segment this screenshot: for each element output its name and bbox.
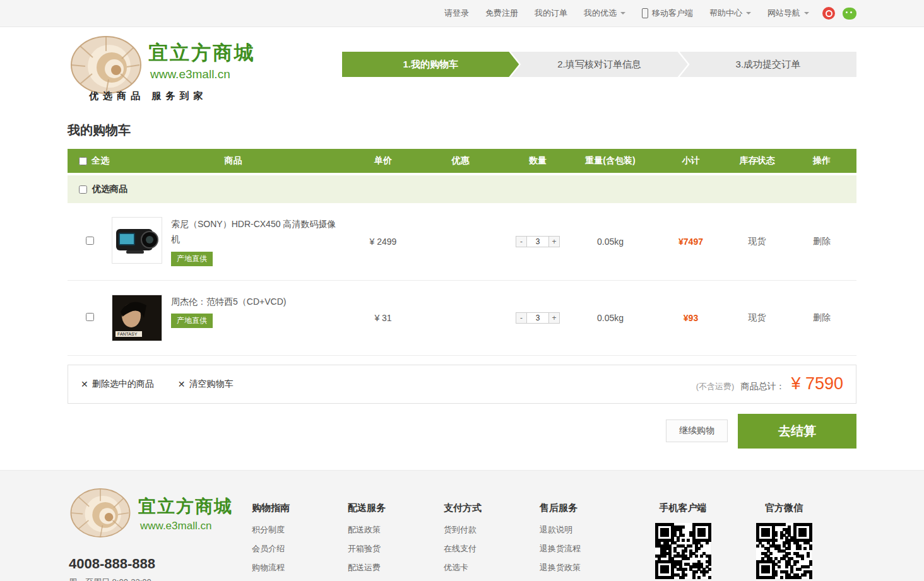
my-orders-link[interactable]: 我的订单 xyxy=(526,8,576,19)
quantity-stepper: - 3 + xyxy=(516,312,560,324)
select-all-label: 全选 xyxy=(92,155,109,167)
step-cart: 1.我的购物车 xyxy=(342,52,519,77)
direct-supply-badge: 产地直供 xyxy=(171,252,213,266)
col-weight: 重量(含包装) xyxy=(566,155,654,167)
unit-price: ¥ 2499 xyxy=(355,237,412,247)
item-subtotal: ¥93 xyxy=(654,313,727,323)
footer-link[interactable]: 退款说明 xyxy=(540,520,636,539)
col-product: 商品 xyxy=(112,155,355,167)
clear-cart-link[interactable]: ✕ 清空购物车 xyxy=(178,379,234,390)
col-price: 单价 xyxy=(355,155,412,167)
item-checkbox[interactable] xyxy=(86,237,94,245)
footer-link[interactable]: 退换货流程 xyxy=(540,539,636,558)
col-action: 操作 xyxy=(787,155,856,167)
footer-link[interactable]: 常见问题 xyxy=(252,577,348,581)
topbar: 请登录 免费注册 我的订单 我的优选 移动客户端 帮助中心 网站导航 xyxy=(0,0,924,27)
table-row: FANTASY 周杰伦：范特西5（CD+VCD) 产地直供 ¥ 31 - 3 +… xyxy=(68,281,856,356)
continue-shopping-button[interactable]: 继续购物 xyxy=(666,420,728,442)
item-subtotal: ¥7497 xyxy=(654,237,727,247)
stock-status: 现货 xyxy=(727,236,787,247)
camcorder-image xyxy=(112,218,162,263)
footer-link[interactable]: 购物流程 xyxy=(252,558,348,577)
footer-link[interactable]: 优选卡 xyxy=(444,558,540,577)
col-discount: 优惠 xyxy=(412,155,509,167)
footer-link[interactable]: 积分制度 xyxy=(252,520,348,539)
col-stock: 库存状态 xyxy=(727,155,787,167)
footer-link[interactable]: 退换货政策 xyxy=(540,558,636,577)
close-icon: ✕ xyxy=(81,379,88,389)
product-title[interactable]: 索尼（SONY）HDR-CX450 高清数码摄像机 xyxy=(171,219,336,244)
header: 宜立方商城 www.e3mall.cn 优选商品 服务到家 1.我的购物车 2.… xyxy=(0,27,924,110)
register-link[interactable]: 免费注册 xyxy=(477,8,526,19)
footer-link[interactable]: 配送范围 xyxy=(348,577,444,581)
footer-link[interactable]: 配送运费 xyxy=(348,558,444,577)
mobile-client-link[interactable]: 移动客户端 xyxy=(634,8,701,19)
delete-item-link[interactable]: 删除 xyxy=(813,312,831,322)
footer-link[interactable]: 隐私条款 xyxy=(540,577,636,581)
footer-col-shopping-guide: 购物指南 积分制度 会员介绍 购物流程 常见问题 xyxy=(252,502,348,581)
group-label: 优选商品 xyxy=(92,184,127,195)
footer-link[interactable]: 配送政策 xyxy=(348,520,444,539)
qr-code-wechat xyxy=(756,523,812,578)
footer-link[interactable]: 货到付款 xyxy=(444,520,540,539)
group-checkbox[interactable] xyxy=(79,185,87,194)
footer-link[interactable]: 开箱验货 xyxy=(348,539,444,558)
footer-col-delivery: 配送服务 配送政策 开箱验货 配送运费 配送范围 xyxy=(348,502,444,581)
footer-col-payment: 支付方式 货到付款 在线支付 优选卡 公司转账 xyxy=(444,502,540,581)
footer-link[interactable]: 会员介绍 xyxy=(252,539,348,558)
wechat-qr-block: 官方微信 xyxy=(746,502,822,578)
col-quantity: 数量 xyxy=(509,155,566,167)
delete-item-link[interactable]: 删除 xyxy=(813,236,831,246)
chevron-down-icon xyxy=(620,12,625,17)
select-all-checkbox[interactable] xyxy=(79,157,87,165)
mobile-phone-icon xyxy=(642,8,648,18)
footer-logo-title: 宜立方商城 xyxy=(138,495,233,519)
stock-status: 现货 xyxy=(727,312,787,324)
footer-link[interactable]: 公司转账 xyxy=(444,577,540,581)
login-link[interactable]: 请登录 xyxy=(436,8,477,19)
qty-value[interactable]: 3 xyxy=(526,236,549,247)
qty-minus-button[interactable]: - xyxy=(516,236,527,247)
chevron-down-icon xyxy=(746,12,751,17)
chevron-down-icon xyxy=(804,12,809,17)
site-logo[interactable]: 宜立方商城 www.e3mall.cn 优选商品 服务到家 xyxy=(68,35,307,107)
product-title[interactable]: 周杰伦：范特西5（CD+VCD) xyxy=(171,296,286,307)
cart-table: 全选 商品 单价 优惠 数量 重量(含包装) 小计 库存状态 操作 优选商品 xyxy=(68,149,856,356)
cart-summary-bar: ✕ 删除选中的商品 ✕ 清空购物车 (不含运费) 商品总计： ¥ 7590 xyxy=(68,365,856,404)
site-nav-menu[interactable]: 网站导航 xyxy=(759,8,817,19)
item-checkbox[interactable] xyxy=(86,313,94,321)
shop-group-row: 优选商品 xyxy=(68,175,856,203)
footer: 宜立方商城 www.e3mall.cn 4008-888-888 周一至周日 8… xyxy=(0,470,924,581)
qty-value[interactable]: 3 xyxy=(526,312,549,324)
footer-link[interactable]: 在线支付 xyxy=(444,539,540,558)
cart-actions: 继续购物 去结算 xyxy=(68,414,856,449)
qty-minus-button[interactable]: - xyxy=(516,312,527,324)
product-image[interactable] xyxy=(112,217,162,264)
help-center-menu[interactable]: 帮助中心 xyxy=(701,8,759,19)
quantity-stepper: - 3 + xyxy=(516,236,560,247)
step-confirm-order: 2.填写核对订单信息 xyxy=(511,52,687,77)
mobile-app-qr-block: 手机客户端 xyxy=(645,502,721,578)
nautilus-shell-logo-image xyxy=(69,487,132,539)
step-order-submitted: 3.成功提交订单 xyxy=(680,52,856,77)
main-content: 我的购物车 全选 商品 单价 优惠 数量 重量(含包装) 小计 库存状态 操作 … xyxy=(68,122,856,449)
weibo-icon[interactable] xyxy=(822,7,835,20)
total-value: ¥ 7590 xyxy=(791,374,843,394)
close-icon: ✕ xyxy=(178,379,186,389)
svg-text:FANTASY: FANTASY xyxy=(117,332,138,336)
table-row: 索尼（SONY）HDR-CX450 高清数码摄像机 产地直供 ¥ 2499 - … xyxy=(68,203,856,281)
footer-nav: 购物指南 积分制度 会员介绍 购物流程 常见问题 配送服务 配送政策 开箱验货 … xyxy=(252,502,636,581)
delete-selected-link[interactable]: ✕ 删除选中的商品 xyxy=(81,379,154,390)
page-title: 我的购物车 xyxy=(68,122,856,139)
checkout-steps: 1.我的购物车 2.填写核对订单信息 3.成功提交订单 xyxy=(342,52,856,77)
wechat-icon[interactable] xyxy=(843,8,856,20)
qty-plus-button[interactable]: + xyxy=(548,236,560,247)
product-image[interactable]: FANTASY xyxy=(112,295,162,341)
checkout-button[interactable]: 去结算 xyxy=(738,414,856,449)
my-picks-menu[interactable]: 我的优选 xyxy=(576,8,634,19)
album-cover-image: FANTASY xyxy=(112,295,162,341)
logo-title: 宜立方商城 xyxy=(148,40,256,66)
qty-plus-button[interactable]: + xyxy=(548,312,560,324)
direct-supply-badge: 产地直供 xyxy=(171,314,213,328)
shipping-note: (不含运费) xyxy=(696,381,735,392)
